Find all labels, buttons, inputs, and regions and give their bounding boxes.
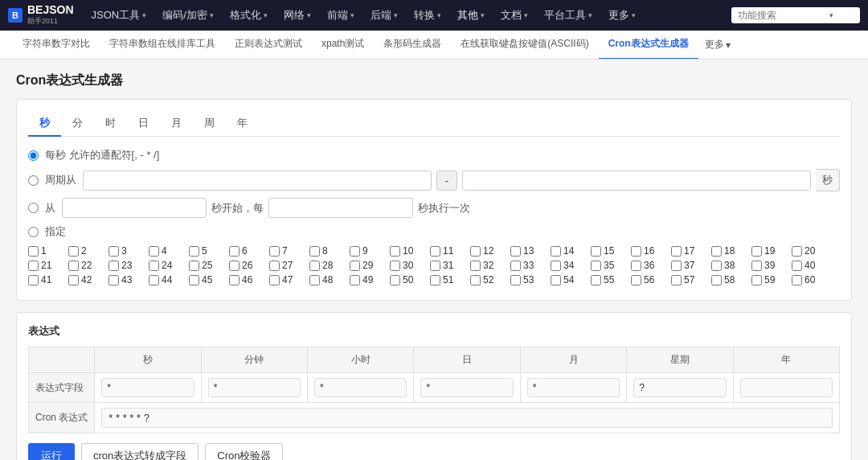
checkbox-label-56[interactable]: 56 xyxy=(644,274,654,285)
nav-convert[interactable]: 转换 ▾ xyxy=(407,0,448,31)
checkbox-20[interactable] xyxy=(792,246,802,257)
radio-from-label[interactable]: 从 xyxy=(45,201,55,216)
checkbox-label-7[interactable]: 7 xyxy=(282,245,288,257)
checkbox-label-29[interactable]: 29 xyxy=(362,260,373,271)
checkbox-label-52[interactable]: 52 xyxy=(483,274,493,285)
checkbox-32[interactable] xyxy=(470,261,481,271)
sec-nav-more[interactable]: 更多 ▾ xyxy=(698,38,737,51)
expr-second-input[interactable] xyxy=(101,378,194,397)
tab-month[interactable]: 月 xyxy=(160,111,193,137)
checkbox-label-60[interactable]: 60 xyxy=(805,274,815,285)
chevron-down-icon[interactable]: ▾ xyxy=(829,11,833,19)
checkbox-label-9[interactable]: 9 xyxy=(362,245,368,257)
checkbox-label-5[interactable]: 5 xyxy=(202,245,207,257)
checkbox-label-18[interactable]: 18 xyxy=(724,245,735,257)
nav-json-tools[interactable]: JSON工具 ▾ xyxy=(85,0,154,31)
from-every-input[interactable] xyxy=(268,198,413,218)
checkbox-34[interactable] xyxy=(551,261,561,271)
checkbox-label-41[interactable]: 41 xyxy=(41,274,51,285)
checkbox-label-58[interactable]: 58 xyxy=(724,274,735,285)
checkbox-label-48[interactable]: 48 xyxy=(322,274,333,285)
radio-every-second-label[interactable]: 每秒 允许的通配符[, - * /] xyxy=(45,148,159,162)
checkbox-35[interactable] xyxy=(591,261,601,271)
checkbox-label-40[interactable]: 40 xyxy=(805,260,815,271)
checkbox-label-12[interactable]: 12 xyxy=(483,245,493,257)
checkbox-16[interactable] xyxy=(631,246,641,257)
checkbox-7[interactable] xyxy=(269,246,280,257)
checkbox-23[interactable] xyxy=(108,261,119,271)
checkbox-45[interactable] xyxy=(189,275,199,285)
checkbox-label-19[interactable]: 19 xyxy=(764,245,775,257)
checkbox-37[interactable] xyxy=(671,261,682,271)
expr-month-input[interactable] xyxy=(527,378,620,397)
checkbox-label-6[interactable]: 6 xyxy=(242,245,248,257)
checkbox-label-25[interactable]: 25 xyxy=(202,260,212,271)
checkbox-label-44[interactable]: 44 xyxy=(162,274,172,285)
checkbox-label-39[interactable]: 39 xyxy=(764,260,775,271)
nav-format[interactable]: 格式化 ▾ xyxy=(223,0,274,31)
nav-backend[interactable]: 后端 ▾ xyxy=(364,0,404,31)
checkbox-15[interactable] xyxy=(591,246,601,257)
checkbox-28[interactable] xyxy=(309,261,320,271)
checkbox-label-53[interactable]: 53 xyxy=(523,274,534,285)
checkbox-21[interactable] xyxy=(28,261,39,271)
checkbox-42[interactable] xyxy=(68,275,79,285)
radio-period-label[interactable]: 周期从 xyxy=(45,173,76,187)
checkbox-label-38[interactable]: 38 xyxy=(724,260,735,271)
checkbox-label-1[interactable]: 1 xyxy=(41,245,47,257)
checkbox-label-27[interactable]: 27 xyxy=(282,260,293,271)
checkbox-label-15[interactable]: 15 xyxy=(604,245,614,257)
checkbox-36[interactable] xyxy=(631,261,641,271)
nav-encode[interactable]: 编码/加密 ▾ xyxy=(156,0,220,31)
checkbox-label-30[interactable]: 30 xyxy=(403,260,413,271)
checkbox-label-26[interactable]: 26 xyxy=(242,260,252,271)
checkbox-label-8[interactable]: 8 xyxy=(322,245,328,257)
checkbox-label-57[interactable]: 57 xyxy=(684,274,694,285)
checkbox-26[interactable] xyxy=(229,261,240,271)
checkbox-label-32[interactable]: 32 xyxy=(483,260,493,271)
checkbox-11[interactable] xyxy=(430,246,440,257)
checkbox-label-28[interactable]: 28 xyxy=(322,260,333,271)
checkbox-9[interactable] xyxy=(350,246,360,257)
sec-nav-string-array[interactable]: 字符串数组在线排库工具 xyxy=(100,31,225,60)
checkbox-label-33[interactable]: 33 xyxy=(523,260,534,271)
radio-every-second-input[interactable] xyxy=(28,150,39,161)
checkbox-label-37[interactable]: 37 xyxy=(684,260,694,271)
tab-second[interactable]: 秒 xyxy=(28,111,61,137)
checkbox-label-17[interactable]: 17 xyxy=(684,245,694,257)
radio-specify-input[interactable] xyxy=(28,227,39,237)
period-from-input[interactable] xyxy=(83,170,432,191)
checkbox-label-16[interactable]: 16 xyxy=(644,245,654,257)
checkbox-label-42[interactable]: 42 xyxy=(81,274,92,285)
checkbox-41[interactable] xyxy=(28,275,39,285)
checkbox-label-34[interactable]: 34 xyxy=(563,260,574,271)
checkbox-54[interactable] xyxy=(551,275,561,285)
nav-docs[interactable]: 文档 ▾ xyxy=(494,0,534,31)
checkbox-label-49[interactable]: 49 xyxy=(362,274,373,285)
expr-hour-input[interactable] xyxy=(314,378,407,397)
expr-day-input[interactable] xyxy=(420,378,513,397)
tab-hour[interactable]: 时 xyxy=(94,111,127,137)
logo[interactable]: B BEJSON 助手2011 xyxy=(8,4,74,27)
nav-other[interactable]: 其他 ▾ xyxy=(451,0,491,31)
checkbox-label-47[interactable]: 47 xyxy=(282,274,293,285)
checkbox-44[interactable] xyxy=(149,275,159,285)
checkbox-27[interactable] xyxy=(269,261,280,271)
expr-minute-input[interactable] xyxy=(208,378,301,397)
checkbox-24[interactable] xyxy=(149,261,159,271)
checkbox-49[interactable] xyxy=(350,275,360,285)
checkbox-label-43[interactable]: 43 xyxy=(121,274,132,285)
dash-button[interactable]: - xyxy=(436,170,457,191)
nav-network[interactable]: 网络 ▾ xyxy=(277,0,317,31)
checkbox-8[interactable] xyxy=(309,246,320,257)
checkbox-38[interactable] xyxy=(711,261,722,271)
run-button[interactable]: 运行 xyxy=(28,443,75,460)
checkbox-label-14[interactable]: 14 xyxy=(563,245,574,257)
checkbox-17[interactable] xyxy=(671,246,682,257)
search-input[interactable] xyxy=(738,10,826,21)
checkbox-label-55[interactable]: 55 xyxy=(604,274,614,285)
checkbox-1[interactable] xyxy=(28,246,39,257)
to-fields-button[interactable]: cron表达式转成字段 xyxy=(81,443,199,460)
from-start-input[interactable] xyxy=(62,198,207,218)
checkbox-label-35[interactable]: 35 xyxy=(604,260,614,271)
